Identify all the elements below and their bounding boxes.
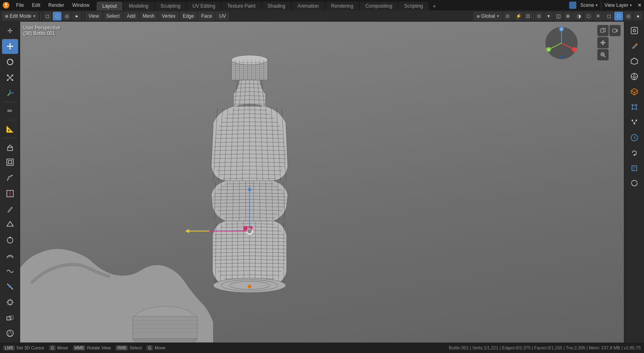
shading-solid-btn[interactable]: ⬡	[53, 12, 62, 21]
svg-rect-119	[613, 29, 616, 32]
viewport-ctrl-row-1	[597, 25, 621, 36]
tool-spin[interactable]	[2, 233, 18, 248]
transform-space-btn[interactable]: ⊕ Global ▾	[473, 12, 502, 21]
add-menu-btn[interactable]: Add	[124, 12, 138, 21]
menu-window[interactable]: Window	[68, 0, 93, 10]
uv-menu-btn[interactable]: UV	[216, 12, 229, 21]
svg-rect-16	[7, 317, 11, 320]
proportional-edit-btn[interactable]: ⊙	[535, 12, 543, 21]
svg-rect-125	[133, 316, 197, 339]
tool-rotate[interactable]	[2, 54, 18, 70]
viewport-info: User Perspective (36) Bottle.001	[23, 25, 60, 36]
gizmo-btn[interactable]: ⊕	[564, 12, 572, 21]
tab-shading[interactable]: Shading	[262, 2, 291, 10]
menu-edit[interactable]: Edit	[28, 0, 44, 10]
viewport-pan-btn[interactable]	[597, 37, 609, 48]
top-menu-bar: File Edit Render Window Help Layout Mode…	[0, 0, 644, 10]
tool-bevel[interactable]	[2, 170, 18, 186]
toolbar-sep-4	[533, 12, 534, 20]
right-tool-particles[interactable]	[627, 115, 642, 130]
mode-chevron-icon: ▾	[33, 14, 35, 18]
wireframe-overlay-btn[interactable]: ⬡	[584, 12, 593, 21]
svg-rect-20	[631, 27, 638, 34]
viewport[interactable]: User Perspective (36) Bottle.001 Z Y	[20, 22, 624, 343]
tool-smooth[interactable]	[2, 248, 18, 263]
shading-mode-3[interactable]: ◎	[624, 12, 633, 21]
tool-inset[interactable]	[2, 155, 18, 170]
tool-extrude[interactable]	[2, 139, 18, 155]
tab-texture-paint[interactable]: Texture Paint	[222, 2, 261, 10]
tool-annotate[interactable]: ✏	[2, 103, 18, 119]
blender-logo[interactable]	[0, 0, 12, 10]
tool-scale[interactable]	[2, 70, 18, 85]
tool-cursor[interactable]: ✛	[2, 23, 18, 39]
mesh-menu-btn[interactable]: Mesh	[140, 12, 158, 21]
transform-pivot-btn[interactable]: ⊙	[503, 12, 512, 21]
tab-uv-editing[interactable]: UV Editing	[187, 2, 221, 10]
shading-lpe-btn[interactable]: ◎	[62, 12, 71, 21]
viewport-zoom-btn[interactable]	[597, 49, 609, 60]
left-sidebar: ✛ ✏ 📐	[0, 22, 20, 343]
tool-edge-slide[interactable]	[2, 279, 18, 295]
svg-rect-15	[8, 300, 12, 304]
right-tool-constraints[interactable]	[627, 146, 642, 160]
edge-menu-btn[interactable]: Edge	[180, 12, 197, 21]
select-menu-btn[interactable]: Select	[103, 12, 123, 21]
tab-rendering[interactable]: Rendering	[325, 2, 359, 10]
tool-transform[interactable]	[2, 85, 18, 101]
viewport-axis-gizmo[interactable]: Z Y	[543, 25, 580, 62]
tool-measure[interactable]: 📐	[2, 122, 18, 137]
viewport-camera-btn[interactable]	[609, 25, 621, 36]
tool-randomize[interactable]	[2, 264, 18, 279]
tool-shear[interactable]	[2, 310, 18, 326]
right-tool-active-tool[interactable]	[627, 39, 642, 53]
view-menu-btn[interactable]: View	[85, 12, 102, 21]
viewport-shading-extra-btn[interactable]: ◑	[574, 12, 583, 21]
tool-move[interactable]	[2, 39, 18, 54]
tab-modeling[interactable]: Modeling	[123, 2, 154, 10]
menu-render[interactable]: Render	[44, 0, 68, 10]
tool-shrink[interactable]	[2, 295, 18, 310]
view-layer-selector[interactable]: View Layer ▾	[601, 0, 635, 10]
close-window-btn[interactable]: ✕	[635, 1, 644, 10]
proportional-options-btn[interactable]: ▾	[544, 12, 553, 21]
shading-mode-4[interactable]: ●	[634, 12, 642, 21]
tab-animation[interactable]: Animation	[292, 2, 324, 10]
shading-mode-2[interactable]: ⬡	[614, 12, 623, 21]
right-tool-data[interactable]	[627, 161, 642, 175]
tab-scripting[interactable]: Scripting	[398, 2, 429, 10]
render-engine-icon	[569, 2, 576, 9]
snap-options-btn[interactable]: ⊡	[524, 12, 533, 21]
tool-poly-build[interactable]	[2, 217, 18, 232]
snap-toggle-btn[interactable]: ⚡	[514, 12, 523, 21]
vertex-menu-btn[interactable]: Vertex	[159, 12, 179, 21]
face-menu-btn[interactable]: Face	[198, 12, 215, 21]
shading-rendered-btn[interactable]: ●	[72, 12, 81, 21]
right-tool-material[interactable]	[627, 176, 642, 191]
shading-wireframe-btn[interactable]: ◻	[43, 12, 52, 21]
right-tool-modifiers[interactable]	[627, 100, 642, 114]
tool-to-sphere[interactable]	[2, 326, 18, 341]
shading-mode-1[interactable]: ◻	[605, 12, 613, 21]
add-workspace-button[interactable]: +	[429, 2, 439, 10]
tab-compositing[interactable]: Compositing	[360, 2, 398, 10]
svg-point-14	[9, 285, 11, 288]
viewport-controls	[597, 25, 621, 60]
menu-file[interactable]: File	[12, 0, 28, 10]
tab-sculpting[interactable]: Sculpting	[155, 2, 186, 10]
right-sidebar	[624, 22, 644, 343]
right-tool-view-properties[interactable]	[627, 23, 642, 38]
mode-selector[interactable]: ⊕ Edit Mode ▾	[2, 12, 39, 21]
overlay-btn[interactable]: ◫	[554, 12, 563, 21]
right-tool-physics[interactable]	[627, 130, 642, 145]
scene-selector[interactable]: Scene ▾	[577, 0, 601, 10]
xray-btn[interactable]: ✕	[594, 12, 603, 21]
tool-loop-cut[interactable]	[2, 186, 18, 201]
viewport-perspective-btn[interactable]	[597, 25, 609, 36]
right-tool-scene[interactable]	[627, 54, 642, 68]
tab-layout[interactable]: Layout	[97, 2, 122, 10]
right-tool-world[interactable]	[627, 69, 642, 84]
status-move2: G Move	[147, 345, 165, 351]
right-tool-object[interactable]	[627, 85, 642, 99]
tool-knife[interactable]	[2, 202, 18, 217]
